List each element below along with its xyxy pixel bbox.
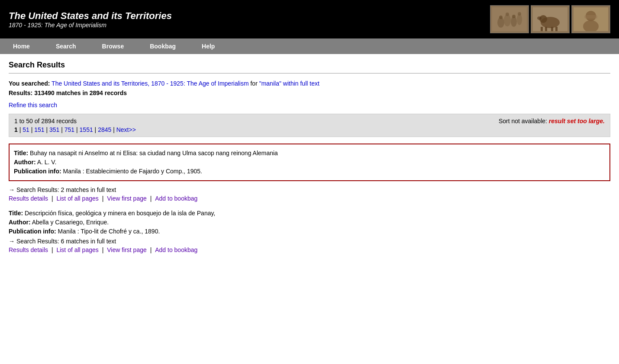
site-title: The United States and its Territories (9, 10, 477, 22)
result-1-title: Title: Buhay na nasapit ni Anselmo at ni… (14, 149, 605, 158)
pagination-bar: 1 to 50 of 2894 records 1 | 51 | 151 | 3… (9, 114, 610, 137)
view-first-page-link-2[interactable]: View first page (107, 246, 147, 253)
list-all-pages-link-2[interactable]: List of all pages (56, 246, 98, 253)
title-divider (9, 73, 610, 73)
you-searched-label: You searched: (9, 80, 50, 87)
page-151[interactable]: 151 (34, 126, 44, 133)
pubinfo-label-1: Publication info: (14, 168, 61, 175)
page-2845[interactable]: 2845 (98, 126, 111, 133)
pubinfo-value-2: Manila : Tipo-lit de Chofré y ca., 1890. (58, 228, 160, 235)
main-nav: Home Search Browse Bookbag Help (0, 38, 619, 54)
sep-2c: | (150, 246, 154, 253)
for-text: for (250, 80, 257, 87)
view-first-page-link-1[interactable]: View first page (107, 195, 147, 202)
page-sep-4: | (76, 126, 80, 133)
page-1551[interactable]: 1551 (80, 126, 93, 133)
title-label-2: Title: (9, 210, 23, 217)
result-2-matches: → Search Results: 6 matches in full text (9, 238, 610, 245)
title-value-1: Buhay na nasapit ni Anselmo at ni Elisa:… (30, 150, 278, 156)
svg-point-2 (504, 14, 511, 26)
results-details-link-1[interactable]: Results details (9, 195, 48, 202)
title-label-1: Title: (14, 150, 28, 156)
header-image-1 (490, 5, 529, 33)
header-image-3 (571, 5, 610, 33)
nav-home[interactable]: Home (0, 38, 43, 54)
result-2-author: Author: Abella y Casariego, Enrique. (9, 218, 610, 227)
svg-point-7 (512, 15, 516, 18)
page-current[interactable]: 1 (14, 126, 18, 133)
pagination-range: 1 to 50 of 2894 records (14, 118, 136, 125)
svg-rect-14 (551, 27, 553, 31)
title-value-2: Descripción física, geológica y minera e… (25, 210, 215, 217)
sep-1b: | (102, 195, 106, 202)
sort-text: Sort not available: result set too large… (499, 118, 605, 125)
sort-label: Sort not available: (499, 118, 547, 125)
sep-2b: | (102, 246, 106, 253)
result-1-matches: → Search Results: 2 matches in full text (9, 186, 610, 193)
nav-bookbag[interactable]: Bookbag (137, 38, 189, 54)
header-image-2 (531, 5, 570, 33)
refine-search-link[interactable]: Refine this search (9, 102, 57, 109)
site-header: The United States and its Territories 18… (0, 0, 619, 38)
page-title: Search Results (9, 61, 610, 70)
results-count-value: 313490 matches in 2894 records (34, 89, 127, 96)
pubinfo-label-2: Publication info: (9, 228, 56, 235)
pubinfo-value-1: Manila : Establecimiento de Fajardo y Co… (63, 168, 202, 175)
sep-1c: | (150, 195, 154, 202)
list-all-pages-link-1[interactable]: List of all pages (56, 195, 98, 202)
add-bookbag-link-1[interactable]: Add to bookbag (155, 195, 197, 202)
result-1-author: Author: A. L. V. (14, 158, 605, 167)
svg-point-6 (506, 13, 509, 16)
results-count: Results: 313490 matches in 2894 records (9, 89, 610, 96)
site-subtitle: 1870 - 1925: The Age of Imperialism (9, 22, 477, 29)
author-value-1: A. L. V. (37, 159, 57, 166)
author-label-1: Author: (14, 159, 36, 166)
header-title-block: The United States and its Territories 18… (9, 10, 477, 29)
result-2-pubinfo: Publication info: Manila : Tipo-lit de C… (9, 227, 610, 236)
page-sep-3: | (61, 126, 64, 133)
page-351[interactable]: 351 (49, 126, 59, 133)
search-query: "manila" within full text (259, 80, 319, 87)
result-item-1: Title: Buhay na nasapit ni Anselmo at ni… (9, 144, 610, 202)
add-bookbag-link-2[interactable]: Add to bookbag (155, 246, 197, 253)
nav-search[interactable]: Search (43, 38, 89, 54)
result-2-title: Title: Descripción física, geológica y m… (9, 209, 610, 218)
author-value-2: Abella y Casariego, Enrique. (32, 219, 109, 226)
sort-too-large: result set too large. (549, 118, 605, 125)
header-images (490, 5, 610, 33)
sep-2a: | (52, 246, 55, 253)
page-sep-6: | (113, 126, 116, 133)
nav-help[interactable]: Help (189, 38, 228, 54)
page-751[interactable]: 751 (64, 126, 74, 133)
page-next[interactable]: Next>> (116, 126, 136, 133)
page-sep-2: | (46, 126, 49, 133)
pagination-left: 1 to 50 of 2894 records 1 | 51 | 151 | 3… (14, 118, 136, 133)
page-51[interactable]: 51 (23, 126, 29, 133)
result-item-2: Title: Descripción física, geológica y m… (9, 209, 610, 253)
main-content: Search Results You searched: The United … (0, 54, 619, 267)
svg-point-16 (537, 16, 542, 20)
author-label-2: Author: (9, 219, 31, 226)
pagination-pages: 1 | 51 | 151 | 351 | 751 | 1551 | 2845 |… (14, 126, 136, 133)
svg-rect-12 (541, 27, 543, 31)
svg-point-5 (499, 16, 503, 19)
result-1-pubinfo: Publication info: Manila : Establecimien… (14, 167, 605, 176)
nav-browse[interactable]: Browse (89, 38, 137, 54)
svg-point-8 (518, 12, 521, 16)
results-details-link-2[interactable]: Results details (9, 246, 48, 253)
svg-rect-13 (545, 27, 547, 31)
result-1-links: Results details | List of all pages | Vi… (9, 195, 610, 202)
collection-link[interactable]: The United States and its Territories, 1… (52, 80, 249, 87)
svg-rect-20 (584, 15, 597, 19)
results-label: Results: (9, 89, 32, 96)
search-info: You searched: The United States and its … (9, 80, 610, 87)
result-2-links: Results details | List of all pages | Vi… (9, 246, 610, 253)
result-highlighted-box: Title: Buhay na nasapit ni Anselmo at ni… (9, 144, 610, 181)
sep-1a: | (52, 195, 55, 202)
svg-rect-15 (555, 27, 558, 31)
page-sep-5: | (95, 126, 98, 133)
